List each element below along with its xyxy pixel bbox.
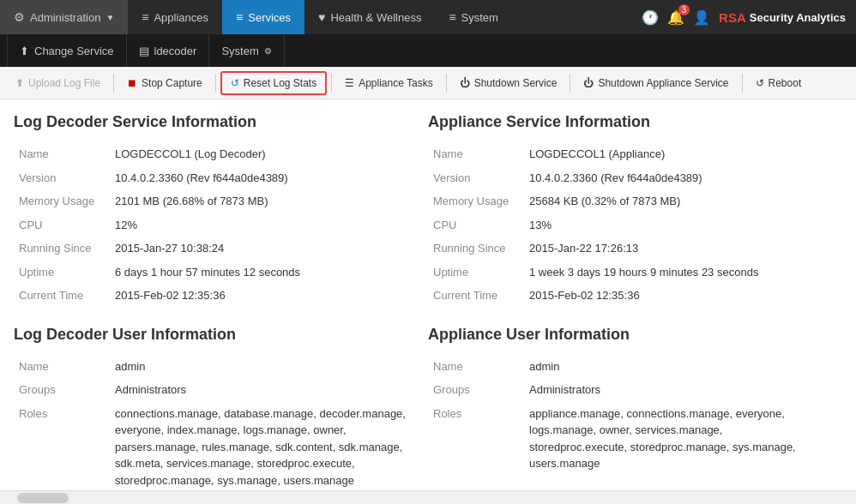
nav-administration-label: Administration bbox=[30, 11, 100, 24]
nav-health-wellness[interactable]: ♥ Health & Wellness bbox=[304, 0, 435, 34]
nav-appliances[interactable]: ≡ Appliances bbox=[128, 0, 222, 34]
subnav-system-label: System bbox=[221, 45, 258, 57]
field-value: Administrators bbox=[112, 379, 409, 401]
upload-log-file-button[interactable]: ⬆ Upload Log File bbox=[7, 73, 109, 93]
field-value: LOGDECCOL1 (Log Decoder) bbox=[112, 143, 409, 165]
clock-button[interactable]: 🕐 bbox=[642, 9, 659, 26]
field-value: 2015-Jan-27 10:38:24 bbox=[112, 237, 409, 260]
services-icon: ≡ bbox=[236, 10, 243, 24]
brand-rsa: RSA bbox=[719, 10, 746, 25]
field-label: Current Time bbox=[430, 285, 524, 307]
health-icon: ♥ bbox=[318, 10, 325, 24]
reset-log-stats-button[interactable]: ↺ Reset Log Stats bbox=[220, 71, 327, 95]
notification-badge: 3 bbox=[678, 4, 690, 15]
scrollbar-thumb[interactable] bbox=[17, 493, 69, 503]
toolbar-separator-1 bbox=[113, 74, 114, 93]
change-service-icon: ⬆ bbox=[20, 45, 29, 57]
field-value: 6 days 1 hour 57 minutes 12 seconds bbox=[112, 261, 409, 284]
appliance-tasks-label: Appliance Tasks bbox=[359, 77, 433, 89]
table-row: Version 10.4.0.2.3360 (Rev f644a0de4389) bbox=[15, 167, 409, 189]
shutdown-appliance-service-button[interactable]: ⏻ Shutdown Appliance Service bbox=[575, 73, 737, 93]
table-row: Roles appliance.manage, connections.mana… bbox=[430, 403, 823, 475]
admin-icon: ⚙ bbox=[14, 10, 25, 24]
field-value: 2015-Feb-02 12:35:36 bbox=[526, 285, 823, 307]
system-dropdown-icon: ⚙ bbox=[264, 46, 272, 56]
table-row: Memory Usage 2101 MB (26.68% of 7873 MB) bbox=[15, 190, 409, 213]
shutdown-appliance-icon: ⏻ bbox=[583, 77, 594, 89]
brand: RSA Security Analytics bbox=[719, 10, 846, 25]
table-row: Uptime 1 week 3 days 19 hours 9 minutes … bbox=[430, 261, 823, 284]
nav-health-label: Health & Wellness bbox=[330, 11, 421, 24]
nav-services[interactable]: ≡ Services bbox=[222, 0, 304, 34]
toolbar-separator-3 bbox=[331, 74, 332, 93]
notifications-button[interactable]: 🔔 3 bbox=[667, 9, 684, 26]
table-row: Version 10.4.0.2.3360 (Rev f644a0de4389) bbox=[430, 167, 823, 189]
field-value: LOGDECCOL1 (Appliance) bbox=[526, 143, 823, 165]
appliance-user-title: Appliance User Information bbox=[428, 326, 825, 344]
table-row: Name admin bbox=[15, 356, 409, 378]
field-label: Running Since bbox=[15, 237, 110, 260]
table-row: Running Since 2015-Jan-22 17:26:13 bbox=[430, 237, 823, 260]
subnav-change-service[interactable]: ⬆ Change Service bbox=[7, 34, 127, 67]
field-value: 2101 MB (26.68% of 7873 MB) bbox=[112, 190, 409, 213]
field-label: Groups bbox=[15, 379, 110, 401]
field-value: connections.manage, database.manage, dec… bbox=[112, 403, 409, 491]
field-label: Roles bbox=[15, 403, 110, 491]
log-decoder-user-table: Name admin Groups Administrators Roles c… bbox=[14, 354, 411, 491]
field-label: Uptime bbox=[15, 261, 110, 284]
table-row: CPU 13% bbox=[430, 214, 823, 237]
bottom-scrollbar[interactable] bbox=[0, 490, 856, 504]
subnav-system[interactable]: System ⚙ bbox=[209, 34, 284, 67]
reboot-button[interactable]: ↺ Reboot bbox=[747, 73, 811, 93]
field-value: 10.4.0.2.3360 (Rev f644a0de4389) bbox=[112, 167, 409, 189]
user-button[interactable]: 👤 bbox=[693, 9, 710, 26]
field-value: 2015-Feb-02 12:35:36 bbox=[112, 285, 409, 307]
table-row: Uptime 6 days 1 hour 57 minutes 12 secon… bbox=[15, 261, 409, 284]
field-value: 12% bbox=[112, 214, 409, 237]
appliances-icon: ≡ bbox=[142, 10, 148, 24]
sub-nav: ⬆ Change Service ▤ ldecoder System ⚙ bbox=[0, 34, 856, 67]
subnav-change-service-label: Change Service bbox=[34, 45, 114, 57]
log-decoder-service-table: Name LOGDECCOL1 (Log Decoder) Version 10… bbox=[14, 141, 411, 309]
nav-administration[interactable]: ⚙ Administration ▼ bbox=[0, 0, 128, 34]
table-row: Current Time 2015-Feb-02 12:35:36 bbox=[15, 285, 409, 307]
reboot-label: Reboot bbox=[769, 77, 802, 89]
field-label: Current Time bbox=[15, 285, 110, 307]
nav-services-label: Services bbox=[248, 11, 291, 24]
reboot-icon: ↺ bbox=[756, 77, 764, 89]
appliance-service-title: Appliance Service Information bbox=[428, 113, 825, 131]
nav-system-label: System bbox=[461, 11, 498, 24]
content-right: Appliance Service Information Name LOGDE… bbox=[428, 113, 842, 490]
field-value: 13% bbox=[526, 214, 823, 237]
subnav-ldecoder[interactable]: ▤ ldecoder bbox=[127, 34, 210, 67]
top-nav-right: 🕐 🔔 3 👤 RSA Security Analytics bbox=[631, 0, 856, 34]
toolbar: ⬆ Upload Log File ⏹ Stop Capture ↺ Reset… bbox=[0, 67, 856, 99]
nav-administration-arrow: ▼ bbox=[105, 13, 114, 22]
table-row: Groups Administrators bbox=[15, 379, 409, 401]
shutdown-appliance-service-label: Shutdown Appliance Service bbox=[598, 77, 728, 89]
field-label: Name bbox=[15, 143, 110, 165]
table-row: Running Since 2015-Jan-27 10:38:24 bbox=[15, 237, 409, 260]
field-label: Uptime bbox=[430, 261, 524, 284]
field-value: admin bbox=[112, 356, 409, 378]
upload-icon: ⬆ bbox=[15, 77, 24, 89]
field-label: CPU bbox=[430, 214, 524, 237]
content-left: Log Decoder Service Information Name LOG… bbox=[14, 113, 428, 490]
table-row: CPU 12% bbox=[15, 214, 409, 237]
toolbar-separator-4 bbox=[446, 74, 447, 93]
shutdown-service-label: Shutdown Service bbox=[474, 77, 558, 89]
appliance-user-table: Name admin Groups Administrators Roles a… bbox=[428, 354, 825, 477]
field-value: 10.4.0.2.3360 (Rev f644a0de4389) bbox=[526, 167, 823, 189]
stop-capture-label: Stop Capture bbox=[142, 77, 202, 89]
field-label: Name bbox=[430, 143, 524, 165]
nav-system[interactable]: ≡ System bbox=[435, 0, 512, 34]
field-label: Version bbox=[15, 167, 110, 189]
field-value: admin bbox=[526, 356, 823, 378]
shutdown-service-button[interactable]: ⏻ Shutdown Service bbox=[451, 73, 566, 93]
field-label: Memory Usage bbox=[15, 190, 110, 213]
stop-capture-button[interactable]: ⏹ Stop Capture bbox=[118, 73, 211, 93]
appliance-tasks-button[interactable]: ☰ Appliance Tasks bbox=[336, 73, 442, 93]
field-label: Version bbox=[430, 167, 524, 189]
field-label: Groups bbox=[430, 379, 524, 401]
table-row: Name LOGDECCOL1 (Log Decoder) bbox=[15, 143, 409, 165]
